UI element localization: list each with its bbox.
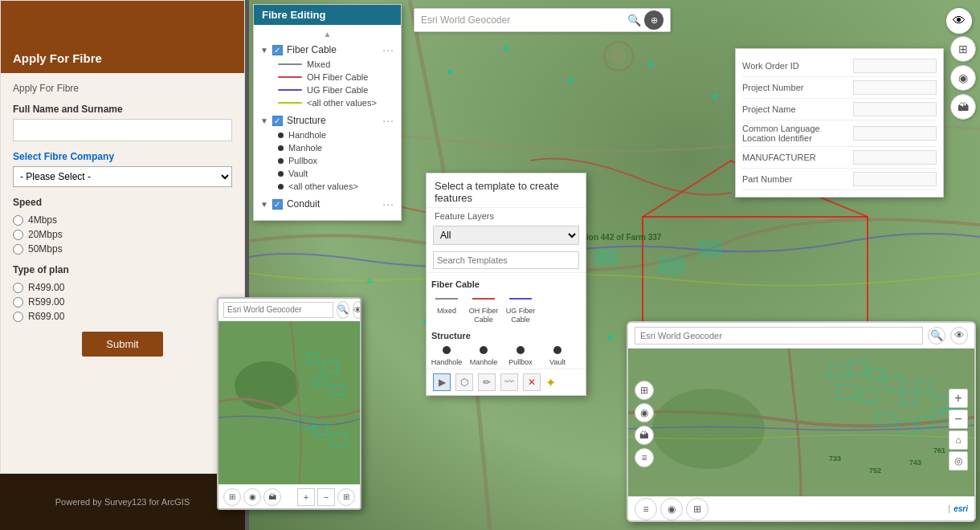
- attr-row-project-number: Project Number: [742, 77, 937, 99]
- template-item-manhole[interactable]: Manhole: [468, 342, 499, 367]
- fiber-cable-options[interactable]: ···: [382, 43, 394, 56]
- speed-section: Speed 4Mbps 20Mbps 50Mbps: [13, 197, 232, 255]
- layer-group-fiber-header[interactable]: ▼ ✓ Fiber Cable ···: [260, 42, 394, 58]
- large-map-grid-btn[interactable]: ⊞: [686, 498, 708, 520]
- template-search-input[interactable]: [433, 251, 579, 269]
- small-map-layers-btn[interactable]: ⊞: [223, 488, 241, 506]
- large-map-layers-btn[interactable]: ≡: [635, 498, 657, 520]
- small-map-visibility-btn[interactable]: 👁: [353, 301, 361, 319]
- fiber-cable-checkbox[interactable]: ✓: [272, 45, 283, 55]
- large-map-visibility-btn[interactable]: 👁: [950, 327, 968, 344]
- layer-group-conduit-header[interactable]: ▼ ✓ Conduit ···: [260, 196, 394, 212]
- company-select[interactable]: - Please Select -: [13, 166, 232, 187]
- toolbar-bookmark-button[interactable]: 🏔: [950, 94, 976, 120]
- structure-checkbox[interactable]: ✓: [272, 116, 283, 126]
- layer-group-structure-header[interactable]: ▼ ✓ Structure ···: [260, 112, 394, 128]
- speed-radio-4mbps[interactable]: [13, 215, 23, 226]
- large-map-sidebar-bookmark[interactable]: 🏔: [635, 426, 654, 445]
- large-map-zoom-out[interactable]: −: [949, 410, 968, 429]
- template-label-mixed: Mixed: [437, 307, 456, 316]
- geocoder-symbol: ⊕: [651, 15, 658, 26]
- template-item-vault[interactable]: Vault: [542, 342, 573, 367]
- plan-section: Type of plan R499.00 R599.00 R699.00: [13, 264, 232, 322]
- feature-layers-select[interactable]: All: [433, 226, 579, 245]
- template-tool-delete[interactable]: ✕: [523, 373, 541, 391]
- small-map-data-btn[interactable]: ◉: [243, 488, 261, 506]
- plan-radio-599[interactable]: [13, 297, 23, 308]
- large-map-sidebar-data[interactable]: ◉: [635, 403, 654, 422]
- plan-599[interactable]: R599.00: [13, 296, 232, 308]
- template-item-mixed[interactable]: Mixed: [431, 291, 462, 324]
- template-fiber-items: Mixed OH Fiber Cable UG Fiber Cable: [431, 291, 581, 328]
- small-map-left-tools: ⊞ ◉ 🏔: [223, 488, 281, 506]
- small-map-header: 🔍 👁: [218, 299, 360, 321]
- visibility-button[interactable]: 👁: [946, 8, 972, 34]
- toolbar-basemap-button[interactable]: ◉: [950, 65, 976, 91]
- template-label-pullbox: Pullbox: [508, 358, 533, 367]
- conduit-options[interactable]: ···: [382, 198, 394, 210]
- large-map-sidebar-table[interactable]: ≡: [635, 448, 654, 467]
- map-search-bar[interactable]: Esri World Geocoder 🔍 ⊕: [414, 8, 671, 32]
- large-map-locate[interactable]: ◎: [949, 451, 968, 471]
- svg-point-31: [517, 346, 525, 354]
- attr-val-part-number[interactable]: [853, 172, 937, 186]
- plan-radio-699[interactable]: [13, 312, 23, 322]
- toolbar-layers-button[interactable]: ⊞: [950, 36, 976, 62]
- legend-dot-handhole: [278, 132, 284, 138]
- geocoder-icon[interactable]: ⊕: [644, 10, 664, 30]
- plan-499[interactable]: R499.00: [13, 282, 232, 293]
- large-map-home[interactable]: ⌂: [949, 430, 968, 450]
- speed-radio-50mbps[interactable]: [13, 244, 23, 255]
- small-map-minus-btn[interactable]: −: [317, 488, 335, 506]
- template-header: Select a template to create features: [427, 173, 586, 208]
- large-map-basemap-btn[interactable]: ◉: [660, 498, 683, 520]
- attr-val-project-number[interactable]: [853, 80, 937, 95]
- template-item-pullbox[interactable]: Pullbox: [505, 342, 536, 367]
- small-map-search-btn[interactable]: 🔍: [337, 301, 349, 319]
- search-input-text: Esri World Geocoder: [421, 14, 627, 26]
- small-map-mountain-btn[interactable]: 🏔: [263, 488, 281, 506]
- large-map-sidebar-layers[interactable]: ⊞: [635, 381, 654, 400]
- conduit-checkbox[interactable]: ✓: [272, 199, 283, 210]
- full-name-input[interactable]: [13, 119, 232, 141]
- structure-options[interactable]: ···: [382, 114, 394, 127]
- template-tool-hexagon[interactable]: ⬡: [455, 373, 473, 391]
- submit-button[interactable]: Submit: [82, 332, 162, 357]
- template-icon-ug-fiber: [509, 291, 532, 307]
- eye-icon: 👁: [953, 14, 966, 28]
- large-map-search-btn[interactable]: 🔍: [928, 327, 945, 344]
- small-map-search[interactable]: [223, 302, 333, 318]
- template-tool-play[interactable]: ▶: [433, 373, 451, 391]
- speed-radio-20mbps[interactable]: [13, 230, 23, 240]
- legend-dot-other: [278, 184, 284, 190]
- svg-rect-33: [218, 321, 360, 484]
- attr-val-project-name[interactable]: [853, 102, 937, 116]
- speed-20mbps[interactable]: 20Mbps: [13, 229, 232, 240]
- legend-other-structure: <all other values>: [278, 180, 394, 193]
- speed-label-50mbps: 50Mbps: [28, 243, 63, 255]
- speed-4mbps[interactable]: 4Mbps: [13, 214, 232, 226]
- attr-scroll-container: Work Order ID Project Number Project Nam…: [742, 55, 937, 190]
- small-map-grid-btn[interactable]: ⊞: [337, 488, 355, 506]
- svg-point-32: [553, 346, 561, 354]
- small-map-plus-btn[interactable]: +: [297, 488, 315, 506]
- attr-key-part-number: Part Number: [742, 174, 847, 184]
- speed-50mbps[interactable]: 50Mbps: [13, 243, 232, 255]
- attr-val-clli[interactable]: [853, 126, 937, 141]
- search-icon[interactable]: 🔍: [627, 14, 641, 26]
- attr-val-manufacturer[interactable]: [853, 150, 937, 165]
- attr-row-clli: Common Language Location Identifier: [742, 120, 937, 147]
- large-map-search[interactable]: [635, 327, 923, 344]
- large-map-header: 🔍 👁: [628, 323, 974, 349]
- plan-radio-499[interactable]: [13, 283, 23, 293]
- attr-val-work-order[interactable]: [853, 59, 937, 73]
- template-item-handhole[interactable]: Handhole: [431, 342, 462, 367]
- template-item-ug-fiber[interactable]: UG Fiber Cable: [505, 291, 536, 324]
- attr-row-part-number: Part Number: [742, 169, 937, 190]
- template-tool-line[interactable]: 〰: [500, 373, 518, 391]
- template-tool-edit[interactable]: ✏: [478, 373, 496, 391]
- template-tool-star[interactable]: ✦: [545, 375, 556, 390]
- template-item-oh-fiber[interactable]: OH Fiber Cable: [468, 291, 499, 324]
- large-map-zoom-in[interactable]: +: [949, 389, 968, 408]
- plan-699[interactable]: R699.00: [13, 311, 232, 322]
